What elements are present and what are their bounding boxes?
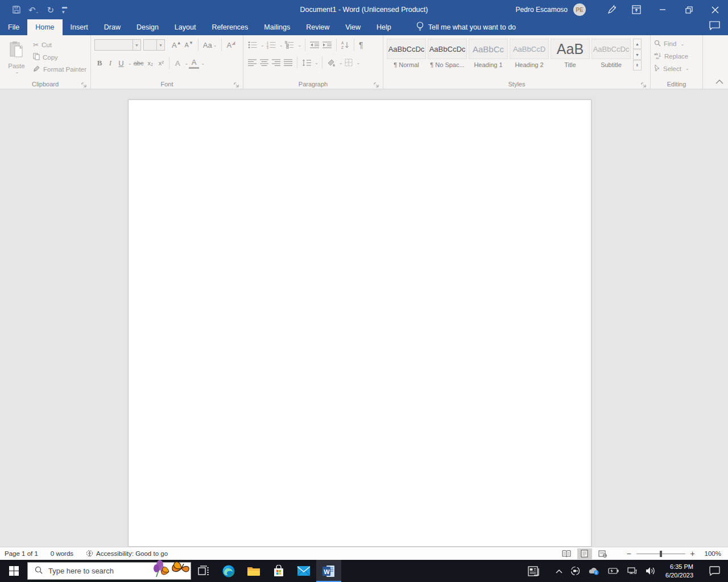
style-title[interactable]: AaB Title	[551, 39, 590, 78]
style-no-spacing[interactable]: AaBbCcDc ¶ No Spac...	[428, 39, 467, 78]
text-effects-dropdown-icon[interactable]: ⌄	[184, 61, 188, 66]
text-effects-button[interactable]: A	[172, 57, 183, 69]
edge-browser-icon[interactable]	[216, 560, 241, 582]
font-size-combobox[interactable]: ▼	[143, 39, 165, 51]
styles-scroll-up-icon[interactable]: ▲	[633, 39, 642, 49]
styles-scroll-down-icon[interactable]: ▼	[633, 49, 642, 60]
volume-icon[interactable]	[642, 560, 660, 582]
tab-mailings[interactable]: Mailings	[256, 19, 298, 35]
paragraph-dialog-launcher-icon[interactable]	[374, 80, 380, 87]
page-number-indicator[interactable]: Page 1 of 1	[5, 550, 38, 557]
clipboard-dialog-launcher-icon[interactable]	[81, 80, 88, 87]
action-center-icon[interactable]	[699, 560, 728, 582]
web-layout-icon[interactable]	[595, 548, 610, 559]
comments-icon[interactable]	[709, 21, 720, 32]
styles-gallery-more-icon[interactable]: ⇟	[633, 60, 642, 70]
paste-button[interactable]: Paste ⌄	[3, 39, 30, 78]
signed-in-user[interactable]: Pedro Escamoso	[516, 6, 568, 14]
tab-design[interactable]: Design	[129, 19, 167, 35]
word-count-indicator[interactable]: 0 words	[51, 550, 73, 557]
word-app-icon[interactable]: W	[316, 560, 341, 582]
find-dropdown-icon[interactable]: ⌄	[680, 41, 684, 47]
meet-now-icon[interactable]	[566, 560, 584, 582]
style-subtitle[interactable]: AaBbCcDc Subtitle	[592, 39, 631, 78]
bold-button[interactable]: B	[94, 57, 105, 69]
copy-button[interactable]: Copy	[33, 53, 86, 61]
strikethrough-button[interactable]: abc	[133, 57, 145, 69]
font-color-button[interactable]: A	[189, 57, 199, 69]
paste-dropdown-icon[interactable]: ⌄	[15, 69, 19, 74]
print-layout-icon[interactable]	[577, 548, 592, 559]
taskbar-clock[interactable]: 6:35 PM 6/20/2023	[660, 563, 699, 579]
mail-app-icon[interactable]	[291, 560, 316, 582]
style-heading-2[interactable]: AaBbCcD Heading 2	[510, 39, 549, 78]
replace-button[interactable]: abac Replace	[654, 52, 699, 60]
superscript-button[interactable]: x²	[156, 57, 166, 69]
redo-icon[interactable]: ↻	[47, 6, 54, 14]
hidden-icons-chevron[interactable]	[552, 560, 566, 582]
microsoft-store-icon[interactable]	[266, 560, 291, 582]
numbering-button[interactable]: 123	[266, 39, 277, 51]
tab-help[interactable]: Help	[369, 19, 399, 35]
document-page[interactable]	[128, 99, 592, 547]
read-mode-icon[interactable]	[559, 548, 574, 559]
onedrive-icon[interactable]: i	[584, 560, 603, 582]
multilevel-dropdown-icon[interactable]: ⌄	[297, 43, 301, 48]
tell-me-box[interactable]: Tell me what you want to do	[416, 19, 516, 35]
tab-insert[interactable]: Insert	[63, 19, 96, 35]
collapse-ribbon-icon[interactable]	[715, 76, 723, 86]
increase-indent-button[interactable]	[321, 39, 333, 51]
tab-view[interactable]: View	[337, 19, 369, 35]
borders-dropdown-icon[interactable]: ⌄	[356, 60, 360, 65]
italic-button[interactable]: I	[105, 57, 115, 69]
font-color-dropdown-icon[interactable]: ⌄	[201, 61, 205, 66]
search-highlight-butterfly-image[interactable]	[152, 556, 189, 579]
tab-draw[interactable]: Draw	[96, 19, 129, 35]
pen-inking-icon[interactable]	[601, 0, 623, 19]
find-button[interactable]: Find ⌄	[654, 40, 699, 48]
select-button[interactable]: Select ⌄	[654, 64, 699, 73]
font-size-dropdown-icon[interactable]: ▼	[156, 40, 164, 50]
tab-references[interactable]: References	[204, 19, 256, 35]
decrease-indent-button[interactable]	[309, 39, 320, 51]
network-icon[interactable]	[623, 560, 642, 582]
multilevel-list-button[interactable]	[284, 39, 295, 51]
power-battery-icon[interactable]	[603, 560, 623, 582]
zoom-in-icon[interactable]: +	[688, 549, 698, 558]
underline-dropdown-icon[interactable]: ⌄	[128, 61, 132, 66]
style-heading-1[interactable]: AaBbCc Heading 1	[469, 39, 508, 78]
news-widget-icon[interactable]	[524, 560, 552, 582]
restore-button[interactable]	[676, 0, 702, 19]
bullets-dropdown-icon[interactable]: ⌄	[260, 43, 264, 48]
tab-file[interactable]: File	[0, 19, 27, 35]
bullets-button[interactable]	[247, 39, 258, 51]
underline-button[interactable]: U	[116, 57, 126, 69]
font-name-dropdown-icon[interactable]: ▼	[133, 40, 140, 50]
tab-home[interactable]: Home	[27, 19, 62, 35]
clear-formatting-button[interactable]: A◢	[225, 39, 236, 51]
shading-dropdown-icon[interactable]: ⌄	[339, 60, 343, 65]
font-dialog-launcher-icon[interactable]	[234, 80, 241, 87]
shrink-font-button[interactable]: A▼	[184, 39, 195, 51]
tab-layout[interactable]: Layout	[167, 19, 204, 35]
sort-button[interactable]: AZ	[340, 39, 350, 51]
close-button[interactable]	[702, 0, 728, 19]
zoom-slider[interactable]	[636, 554, 685, 554]
styles-dialog-launcher-icon[interactable]	[641, 80, 648, 87]
zoom-level[interactable]: 100%	[705, 550, 721, 557]
align-right-button[interactable]	[271, 57, 282, 68]
numbering-dropdown-icon[interactable]: ⌄	[279, 43, 283, 48]
save-icon[interactable]	[13, 6, 20, 14]
undo-icon[interactable]: ↶⌄	[28, 6, 39, 14]
borders-button[interactable]	[344, 57, 354, 68]
file-explorer-icon[interactable]	[241, 560, 266, 582]
subscript-button[interactable]: x₂	[145, 57, 155, 69]
select-dropdown-icon[interactable]: ⌄	[685, 66, 689, 71]
change-case-button[interactable]: Aa⌄	[202, 39, 218, 51]
line-spacing-dropdown-icon[interactable]: ⌄	[315, 60, 318, 65]
ribbon-display-options-icon[interactable]	[623, 0, 650, 19]
grow-font-button[interactable]: A▲	[171, 39, 183, 51]
tab-review[interactable]: Review	[298, 19, 337, 35]
align-left-button[interactable]	[247, 57, 258, 68]
zoom-out-icon[interactable]: −	[624, 549, 634, 558]
